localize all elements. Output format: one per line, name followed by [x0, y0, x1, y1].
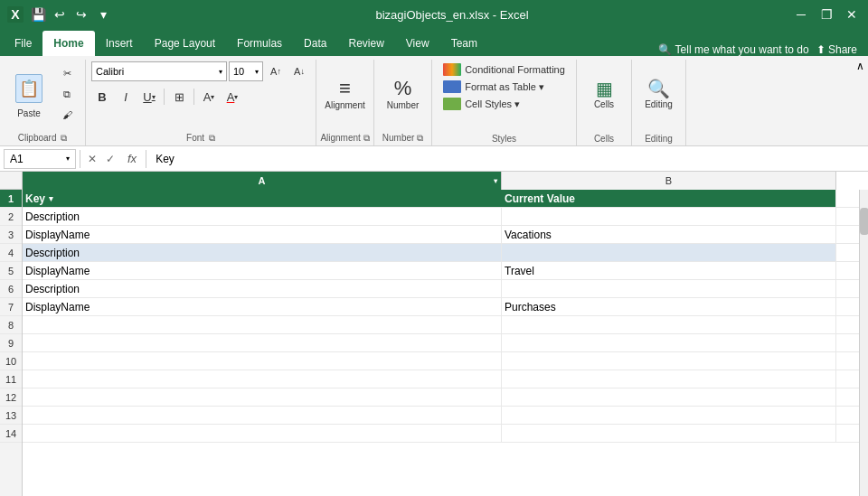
tab-page-layout[interactable]: Page Layout	[144, 31, 226, 56]
cell-a2[interactable]: Description	[23, 208, 502, 225]
cell-b7[interactable]: Purchases	[502, 298, 836, 315]
cell-b2[interactable]	[502, 208, 836, 225]
editing-button[interactable]: 🔍 Editing	[639, 61, 679, 125]
cancel-formula-button[interactable]: ✕	[84, 151, 100, 167]
collapse-ribbon-button[interactable]: ∧	[856, 60, 864, 72]
scrollbar-thumb[interactable]	[860, 208, 868, 235]
underline-button[interactable]: U ▾	[138, 87, 160, 107]
redo-button[interactable]: ↪	[72, 5, 90, 23]
cell-b13[interactable]	[502, 407, 836, 424]
font-color-icon: A	[227, 90, 235, 104]
number-button[interactable]: % Number	[381, 61, 426, 125]
font-name-dropdown-icon: ▾	[219, 68, 222, 76]
row-num-14: 14	[0, 425, 22, 443]
cells-group: ▦ Cells Cells	[577, 60, 632, 145]
cell-a3[interactable]: DisplayName	[23, 226, 502, 243]
number-expand-icon[interactable]: ⧉	[417, 133, 423, 143]
undo-button[interactable]: ↩	[51, 5, 69, 23]
copy-button[interactable]: ⧉	[54, 84, 80, 104]
cell-b1[interactable]: Current Value	[502, 190, 836, 207]
font-size-selector[interactable]: 10 ▾	[229, 61, 263, 81]
tab-team[interactable]: Team	[440, 31, 488, 56]
tab-home[interactable]: Home	[42, 31, 94, 56]
customize-qa-button[interactable]: ▾	[94, 5, 112, 23]
save-button[interactable]: 💾	[29, 5, 47, 23]
tab-data[interactable]: Data	[293, 31, 337, 56]
conditional-formatting-icon	[443, 63, 461, 76]
cell-a13[interactable]	[23, 407, 502, 424]
cell-a4[interactable]: Description	[23, 244, 502, 261]
conditional-formatting-button[interactable]: Conditional Formatting	[438, 61, 571, 78]
clipboard-group: 📋 Paste ✂ ⧉ 🖌 Clipboard ⧉	[0, 60, 86, 145]
cell-a6[interactable]: Description	[23, 280, 502, 297]
font-color-button[interactable]: A ▾	[222, 87, 243, 107]
cell-a8[interactable]	[23, 316, 502, 333]
borders-button[interactable]: ⊞	[168, 87, 190, 107]
cell-a11[interactable]	[23, 370, 502, 388]
excel-icon: X	[7, 6, 24, 23]
clipboard-expand-icon[interactable]: ⧉	[61, 133, 67, 143]
tab-view[interactable]: View	[395, 31, 440, 56]
cell-b14[interactable]	[502, 425, 836, 442]
increase-font-button[interactable]: A↑	[265, 61, 287, 81]
formula-divider-2	[146, 150, 146, 168]
cell-a5[interactable]: DisplayName	[23, 262, 502, 279]
cell-a10[interactable]	[23, 352, 502, 370]
vertical-scrollbar[interactable]	[859, 190, 868, 496]
format-painter-button[interactable]: 🖌	[54, 105, 80, 125]
tab-review[interactable]: Review	[337, 31, 394, 56]
cell-b6[interactable]	[502, 280, 836, 297]
row-num-2: 2	[0, 208, 22, 226]
tell-me[interactable]: 🔍 Tell me what you want to do	[658, 43, 809, 56]
table-row: DisplayName Purchases	[23, 298, 859, 316]
tab-formulas[interactable]: Formulas	[226, 31, 293, 56]
cell-b5[interactable]: Travel	[502, 262, 836, 279]
decrease-font-button[interactable]: A↓	[288, 61, 310, 81]
cell-styles-icon	[443, 98, 461, 110]
cell-b12[interactable]	[502, 388, 836, 406]
restore-button[interactable]: ❐	[817, 5, 835, 23]
window-controls: ─ ❐ ✕	[792, 5, 861, 23]
cell-b8[interactable]	[502, 316, 836, 333]
cell-a1[interactable]: Key ▾	[23, 190, 502, 207]
column-header-a[interactable]: A ▾	[23, 172, 502, 190]
cell-styles-button[interactable]: Cell Styles ▾	[438, 96, 525, 112]
formula-input[interactable]: Key	[150, 153, 864, 165]
cell-b9[interactable]	[502, 334, 836, 351]
tab-file[interactable]: File	[4, 31, 42, 56]
number-group: % Number Number ⧉	[374, 60, 432, 145]
cell-a9[interactable]	[23, 334, 502, 351]
table-row	[23, 407, 859, 425]
cell-a7[interactable]: DisplayName	[23, 298, 502, 315]
filter-arrow-a[interactable]: ▾	[49, 194, 53, 203]
format-as-table-button[interactable]: Format as Table ▾	[438, 79, 550, 95]
cell-b10[interactable]	[502, 352, 836, 370]
font-name-selector[interactable]: Calibri ▾	[91, 61, 227, 81]
italic-button[interactable]: I	[115, 87, 137, 107]
cell-b4[interactable]	[502, 244, 836, 261]
cell-b11[interactable]	[502, 370, 836, 388]
confirm-formula-button[interactable]: ✓	[102, 151, 118, 167]
bold-button[interactable]: B	[91, 87, 113, 107]
row-num-8: 8	[0, 316, 22, 334]
paste-button[interactable]: 📋 Paste	[5, 61, 52, 125]
column-header-area: A ▾ B	[0, 172, 868, 190]
fill-color-button[interactable]: A ▾	[198, 87, 220, 107]
cell-a14[interactable]	[23, 425, 502, 442]
tab-insert[interactable]: Insert	[95, 31, 144, 56]
close-button[interactable]: ✕	[843, 5, 861, 23]
fill-dropdown-icon: ▾	[211, 93, 214, 101]
cells-button[interactable]: ▦ Cells	[582, 61, 626, 125]
cut-button[interactable]: ✂	[54, 63, 80, 83]
column-header-b[interactable]: B	[502, 172, 836, 190]
share-button[interactable]: ⬆ Share	[816, 43, 857, 56]
font-expand-icon[interactable]: ⧉	[209, 133, 215, 143]
cell-a12[interactable]	[23, 388, 502, 406]
minimize-button[interactable]: ─	[792, 5, 810, 23]
title-bar: X 💾 ↩ ↪ ▾ bizagiObjects_en.xlsx - Excel …	[0, 0, 868, 29]
cell-b3[interactable]: Vacations	[502, 226, 836, 243]
row-num-9: 9	[0, 334, 22, 352]
alignment-expand-icon[interactable]: ⧉	[363, 133, 370, 143]
name-box[interactable]: A1 ▾	[4, 149, 76, 169]
alignment-button[interactable]: ≡ Alignment	[323, 61, 368, 125]
